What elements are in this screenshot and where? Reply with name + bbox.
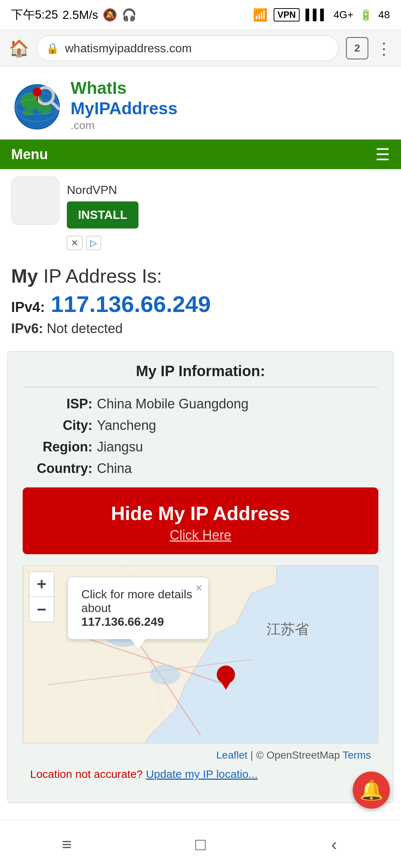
url-bar[interactable]: 🔒 whatismyipaddress.com — [37, 35, 339, 61]
browser-bar: 🏠 🔒 whatismyipaddress.com 2 ⋮ — [0, 30, 401, 67]
status-mute-icon: 🔕 — [102, 8, 117, 22]
ad-controls: ✕ ▷ — [67, 236, 138, 250]
city-key: City: — [23, 418, 97, 433]
tab-count-button[interactable]: 2 — [346, 37, 368, 59]
ip-info-title: My IP Information: — [23, 363, 378, 387]
ad-app-icon — [11, 177, 59, 225]
city-row: City: Yancheng — [23, 418, 378, 433]
bottom-back-button[interactable]: ‹ — [316, 829, 353, 859]
ad-area: NordVPN INSTALL ✕ ▷ — [0, 169, 401, 257]
ipv6-label: IPv6: — [11, 321, 43, 336]
lock-icon: 🔒 — [46, 42, 59, 55]
isp-key: ISP: — [23, 396, 97, 412]
url-text: whatismyipaddress.com — [65, 42, 192, 55]
ipv4-line: IPv4: 117.136.66.249 — [11, 291, 390, 317]
ad-install-button[interactable]: INSTALL — [67, 201, 138, 228]
site-header: WhatIs MyIPAddress .com — [0, 67, 401, 139]
wifi-icon: 📶 — [253, 8, 268, 22]
region-row: Region: Jiangsu — [23, 439, 378, 455]
status-left: 下午5:25 2.5M/s 🔕 🎧 — [11, 7, 137, 23]
status-time: 下午5:25 — [11, 7, 58, 23]
ipv4-label: IPv4: — [11, 299, 45, 315]
signal-strength-icon: ▌▌▌ — [306, 9, 328, 21]
network-type: 4G+ — [333, 9, 353, 21]
isp-row: ISP: China Mobile Guangdong — [23, 396, 378, 412]
hide-ip-subtitle: Click Here — [30, 527, 371, 543]
map-popup-ip[interactable]: 117.136.66.249 — [81, 615, 164, 628]
country-row: Country: China — [23, 461, 378, 476]
bottom-menu-button[interactable]: ≡ — [48, 829, 85, 859]
svg-point-3 — [22, 109, 33, 116]
region-value: Jiangsu — [97, 439, 143, 455]
location-row: Location not accurate? Update my IP loca… — [23, 764, 378, 788]
map-attribution: | © OpenStreetMap — [250, 749, 340, 761]
home-button[interactable]: 🏠 — [9, 39, 29, 58]
bell-icon: 🔔 — [359, 779, 384, 802]
map-popup-text: Click for more details about — [81, 588, 192, 615]
ad-app-name: NordVPN — [67, 180, 138, 197]
bottom-nav: ≡ □ ‹ — [0, 820, 401, 868]
map-popup: × Click for more details about 117.136.6… — [68, 577, 209, 640]
hamburger-menu-button[interactable]: ☰ — [375, 145, 390, 164]
leaflet-link[interactable]: Leaflet — [216, 749, 247, 761]
region-key: Region: — [23, 439, 97, 455]
svg-text:江苏省: 江苏省 — [267, 621, 309, 637]
battery-icon: 🔋 — [359, 9, 372, 21]
isp-value: China Mobile Guangdong — [97, 396, 248, 412]
country-value: China — [97, 461, 132, 476]
terms-link[interactable]: Terms — [343, 749, 371, 761]
svg-point-18 — [150, 665, 180, 685]
city-value: Yancheng — [97, 418, 156, 433]
hide-ip-button[interactable]: Hide My IP Address Click Here — [23, 487, 378, 554]
status-bar: 下午5:25 2.5M/s 🔕 🎧 📶 VPN ▌▌▌ 4G+ 🔋 48 — [0, 0, 401, 30]
location-accuracy-text: Location not accurate? — [30, 768, 143, 780]
site-logo — [11, 79, 63, 131]
map-container: 江苏省 + − × Click for more details about 1… — [23, 565, 378, 743]
notification-fab[interactable]: 🔔 — [353, 772, 390, 809]
update-location-link[interactable]: Update my IP locatio... — [146, 768, 258, 780]
ip-heading: My IP Address Is: — [11, 265, 390, 287]
ad-info-button[interactable]: ▷ — [86, 236, 101, 250]
vpn-badge: VPN — [274, 8, 299, 22]
ipv4-address[interactable]: 117.136.66.249 — [51, 291, 211, 317]
ip-info-card: My IP Information: ISP: China Mobile Gua… — [7, 351, 394, 803]
nav-bar: Menu ☰ — [0, 139, 401, 169]
more-options-button[interactable]: ⋮ — [376, 39, 392, 58]
battery-level: 48 — [378, 9, 390, 21]
map-controls: + − — [29, 572, 54, 622]
ipv6-line: IPv6: Not detected — [11, 321, 390, 336]
site-title: WhatIs MyIPAddress .com — [71, 78, 177, 132]
ad-close-button[interactable]: ✕ — [67, 236, 82, 250]
hide-ip-title: Hide My IP Address — [111, 503, 290, 524]
nav-menu-label: Menu — [11, 147, 48, 162]
map-zoom-in-button[interactable]: + — [29, 572, 54, 597]
svg-point-8 — [33, 88, 42, 96]
status-headphone-icon: 🎧 — [122, 8, 137, 22]
ip-section: My IP Address Is: IPv4: 117.136.66.249 I… — [0, 257, 401, 336]
map-footer: Leaflet | © OpenStreetMap Terms — [23, 743, 378, 764]
country-key: Country: — [23, 461, 97, 476]
status-right: 📶 VPN ▌▌▌ 4G+ 🔋 48 — [253, 8, 390, 22]
status-speed: 2.5M/s — [62, 8, 98, 22]
map-zoom-out-button[interactable]: − — [29, 597, 54, 622]
ipv6-value: Not detected — [47, 321, 123, 336]
bottom-home-button[interactable]: □ — [182, 829, 219, 859]
map-popup-close-button[interactable]: × — [195, 581, 202, 595]
